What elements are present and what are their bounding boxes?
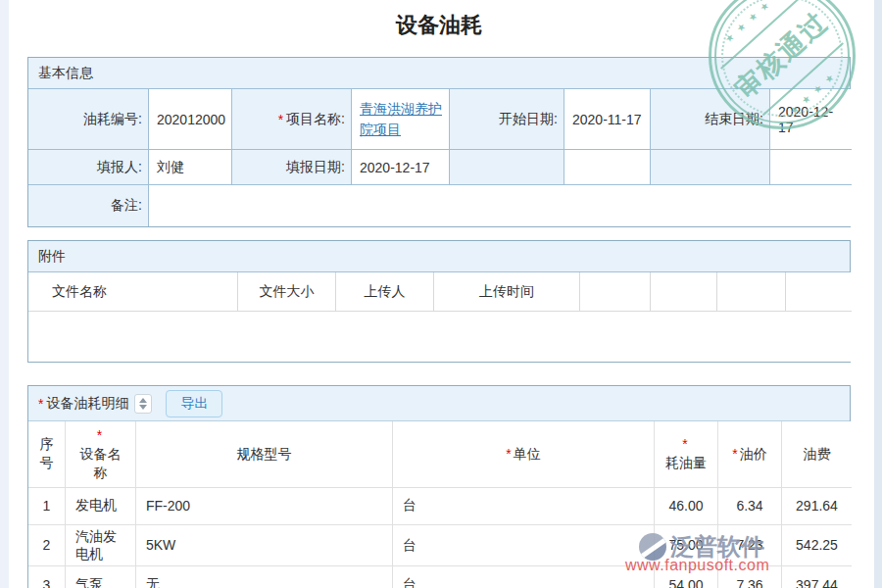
empty-label-cell-1 (450, 150, 564, 185)
detail-cell-seq: 2 (28, 525, 66, 566)
end-date-label: 结束日期: (651, 89, 770, 150)
required-star-icon: * (97, 426, 102, 445)
detail-col-fuel-consumption: *耗油量 (655, 421, 718, 488)
report-date-value: 2020-12-17 (352, 150, 450, 185)
fuel-detail-table: 序号 *设备名称 规格型号 *单位 *耗油量 *油价 油费 1 发电机 FF-2… (28, 421, 850, 588)
remark-label-text: 备注: (111, 197, 142, 215)
reporter-label: 填报人: (28, 150, 149, 185)
page-right-scroll-area (874, 0, 882, 588)
attachments-table: 文件名称 文件大小 上传人 上传时间 (28, 272, 850, 362)
required-star-icon: * (682, 435, 687, 454)
detail-col-equipment-name-text: 设备名称 (75, 445, 125, 482)
sort-toggle-icon[interactable] (134, 394, 152, 414)
detail-col-fuel-cost: 油费 (782, 421, 852, 488)
report-date-label-text: 填报日期: (286, 159, 345, 176)
fuel-code-label: 油耗编号: (28, 89, 149, 150)
empty-label-cell-2 (651, 150, 770, 185)
page: 设备油耗 基本信息 油耗编号: 202012000 *项目名称: 青海洪湖养护院… (0, 0, 882, 588)
report-date-label: 填报日期: (232, 150, 352, 185)
start-date-label: 开始日期: (450, 89, 564, 150)
empty-value-cell-1 (564, 150, 651, 185)
detail-cell-seq: 3 (28, 566, 66, 588)
content-area: 设备油耗 基本信息 油耗编号: 202012000 *项目名称: 青海洪湖养护院… (27, 0, 851, 588)
detail-col-fuel-price: *油价 (718, 421, 782, 488)
fuel-code-label-text: 油耗编号: (83, 111, 142, 128)
basic-info-grid: 油耗编号: 202012000 *项目名称: 青海洪湖养护院项目 开始日期: 2… (28, 89, 850, 226)
detail-cell-fuel-price: 7.36 (718, 566, 782, 588)
detail-col-equipment-name: *设备名称 (66, 421, 136, 488)
required-star-icon: * (506, 445, 511, 464)
attachments-col-empty-1 (580, 272, 651, 312)
attachments-header: 附件 (28, 241, 850, 272)
attachments-panel: 附件 文件名称 文件大小 上传人 上传时间 (27, 240, 851, 363)
start-date-value: 2020-11-17 (564, 89, 651, 150)
fuel-detail-section-bar: *设备油耗明细 导出 (28, 386, 850, 421)
project-name-link[interactable]: 青海洪湖养护院项目 (360, 99, 445, 139)
project-name-label: *项目名称: (232, 89, 352, 150)
detail-col-unit: *单位 (393, 421, 655, 488)
fuel-detail-title: *设备油耗明细 (38, 395, 128, 413)
attachments-col-upload-time: 上传时间 (434, 272, 580, 312)
detail-cell-fuel-consumption: 54.00 (655, 566, 718, 588)
detail-cell-fuel-cost: 291.64 (782, 488, 852, 525)
detail-cell-fuel-price: 6.34 (718, 488, 782, 525)
detail-cell-spec-model: 无 (136, 566, 393, 588)
attachments-col-empty-2 (651, 272, 717, 312)
empty-value-cell-2 (770, 150, 852, 185)
required-star-icon: * (38, 396, 43, 412)
end-date-label-text: 结束日期: (705, 111, 763, 128)
fuel-detail-panel: *设备油耗明细 导出 序号 *设备名称 规格型号 *单位 *耗油量 *油价 油费… (27, 385, 851, 588)
page-title: 设备油耗 (27, 12, 851, 39)
attachments-col-empty-3 (717, 272, 786, 312)
detail-col-unit-text: 单位 (514, 445, 541, 464)
detail-cell-spec-model: 5KW (136, 525, 393, 566)
attachments-col-uploader: 上传人 (336, 272, 434, 312)
reporter-value: 刘健 (149, 150, 232, 185)
required-star-icon: * (732, 445, 737, 464)
attachments-col-empty-4 (786, 272, 852, 312)
export-button[interactable]: 导出 (166, 390, 222, 417)
sort-down-icon (139, 405, 147, 410)
detail-col-spec-model: 规格型号 (136, 421, 393, 488)
required-star-icon: * (278, 112, 283, 127)
detail-cell-unit: 台 (393, 525, 655, 566)
end-date-value: 2020-12-17 (770, 89, 852, 150)
remark-value (149, 185, 852, 226)
attachments-col-file-name: 文件名称 (28, 272, 238, 312)
project-name-cell: 青海洪湖养护院项目 (352, 89, 450, 150)
sort-up-icon (139, 398, 147, 403)
detail-col-fuel-consumption-text: 耗油量 (665, 454, 707, 472)
detail-cell-equipment-name: 汽油发电机 (66, 525, 136, 566)
detail-cell-unit: 台 (393, 566, 655, 588)
basic-info-header: 基本信息 (28, 58, 850, 89)
project-name-label-text: 项目名称: (286, 111, 345, 128)
detail-cell-seq: 1 (28, 488, 66, 525)
detail-cell-equipment-name: 气泵 (66, 566, 136, 588)
detail-cell-fuel-cost: 397.44 (782, 566, 852, 588)
detail-cell-unit: 台 (393, 488, 655, 525)
page-left-margin (0, 0, 9, 588)
fuel-detail-title-text: 设备油耗明细 (46, 395, 128, 413)
attachments-col-file-size: 文件大小 (238, 272, 336, 312)
detail-cell-fuel-cost: 542.25 (782, 525, 852, 566)
attachments-empty-body (28, 312, 852, 362)
detail-cell-equipment-name: 发电机 (66, 488, 136, 525)
detail-cell-fuel-price: 7.23 (718, 525, 782, 566)
detail-col-fuel-price-text: 油价 (740, 445, 767, 464)
start-date-label-text: 开始日期: (499, 111, 558, 128)
detail-col-seq: 序号 (28, 421, 66, 488)
basic-info-panel: 基本信息 油耗编号: 202012000 *项目名称: 青海洪湖养护院项目 开始… (27, 57, 851, 227)
detail-cell-fuel-consumption: 46.00 (655, 488, 718, 525)
reporter-label-text: 填报人: (97, 159, 142, 176)
fuel-code-value: 202012000 (149, 89, 232, 150)
remark-label: 备注: (28, 185, 149, 226)
detail-cell-fuel-consumption: 75.00 (655, 525, 718, 566)
detail-cell-spec-model: FF-200 (136, 488, 393, 525)
